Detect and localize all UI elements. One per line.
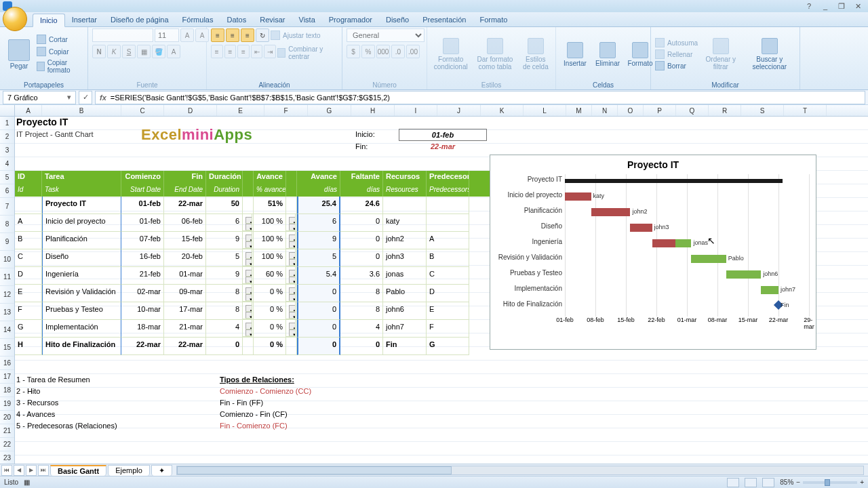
column-header[interactable]: N [592,105,618,116]
column-header[interactable]: P [644,105,676,116]
delete-cells-button[interactable]: Eliminar [593,41,623,68]
font-size-input[interactable] [155,28,179,42]
cell-styles-button[interactable]: Estilos de celda [520,37,551,72]
format-as-table-button[interactable]: Dar formato como tabla [473,37,517,72]
spinner-control[interactable]: ▲▼ [243,232,252,249]
clear-button[interactable]: Borrar [655,60,698,71]
gantt-chart[interactable]: Proyecto IT ↖ Proyecto ITInicio del proy… [490,155,816,350]
column-header[interactable]: J [437,105,481,116]
office-button[interactable] [3,7,27,31]
horizontal-scrollbar[interactable] [176,466,864,475]
sort-filter-button[interactable]: Ordenar y filtrar [701,37,741,72]
zoom-out-button[interactable]: − [796,479,800,486]
table-row[interactable]: DIngeniería21-feb01-mar9▲▼60 %▲▼5.43.6jo… [15,267,490,285]
column-headers[interactable]: ABCDEFGHIJKLMNOPQRST [0,105,868,117]
zoom-in-button[interactable]: + [860,479,864,486]
number-format-select[interactable]: General [347,28,425,42]
ribbon-tab-revisar[interactable]: Revisar [253,14,292,26]
spinner-control[interactable]: ▲▼ [243,320,252,337]
spinner-control[interactable]: ▲▼ [286,320,296,337]
column-header[interactable]: M [566,105,592,116]
align-right-button[interactable]: ≡ [237,45,250,58]
align-center-button[interactable]: ≡ [224,45,237,58]
ribbon-tab-programador[interactable]: Programador [322,14,379,26]
decrease-decimal-button[interactable]: .00 [406,45,420,58]
wrap-text-button[interactable]: Ajustar texto [271,28,321,42]
currency-button[interactable]: $ [347,45,360,58]
align-top-button[interactable]: ≡ [211,28,224,42]
table-row[interactable]: CDiseño16-feb20-feb5▲▼100 %▲▼50john3B [15,249,490,267]
sheet-nav-prev[interactable]: ◀ [14,465,24,476]
fill-color-button[interactable]: 🪣 [152,45,165,58]
find-select-button[interactable]: Buscar y seleccionar [744,37,795,72]
format-painter-button[interactable]: Copiar formato [37,58,83,75]
table-row[interactable]: FPruebas y Testeo10-mar17-mar8▲▼0 %▲▼08j… [15,302,490,320]
underline-button[interactable]: S [122,45,136,58]
insert-cells-button[interactable]: Insertar [560,41,590,68]
sheet-nav-first[interactable]: ⏮ [1,465,12,476]
column-header[interactable]: T [784,105,827,116]
ribbon-tab-insertar[interactable]: Insertar [65,14,104,26]
macro-icon[interactable]: ▦ [24,479,30,486]
font-color-button[interactable]: A [167,45,180,58]
column-header[interactable]: Q [676,105,709,116]
table-row[interactable]: GImplementación18-mar21-mar4▲▼0 %▲▼04joh… [15,320,490,338]
spinner-control[interactable]: ▲▼ [243,285,252,302]
table-row[interactable]: AInicio del proyecto01-feb06-feb6▲▼100 %… [15,214,490,232]
column-header[interactable]: S [741,105,784,116]
ribbon-tab-inicio[interactable]: Inicio [33,14,65,27]
help-icon[interactable]: ? [802,1,816,11]
sheet-tab[interactable]: Ejemplo [108,465,150,476]
column-header[interactable]: D [164,105,217,116]
bold-button[interactable]: N [92,45,106,58]
table-row[interactable]: HHito de Finalización22-mar22-mar00 %00F… [15,338,490,355]
align-middle-button[interactable]: ≡ [226,28,239,42]
table-row[interactable]: BPlanificación07-feb15-feb9▲▼100 %▲▼90jo… [15,232,490,249]
column-header[interactable]: R [709,105,741,116]
maximize-button[interactable]: ❐ [834,1,849,11]
spinner-control[interactable]: ▲▼ [243,302,252,319]
gantt-table[interactable]: IDTareaComienzoFinDuraciónAvanceAvanceFa… [15,171,490,355]
spinner-control[interactable]: ▲▼ [286,249,296,266]
conditional-format-button[interactable]: Formato condicional [431,37,470,72]
comma-button[interactable]: 000 [376,45,390,58]
sheet-nav-last[interactable]: ⏭ [38,465,49,476]
start-date-box[interactable]: 01-feb [399,129,487,141]
column-header[interactable]: F [264,105,308,116]
border-button[interactable]: ▦ [137,45,151,58]
table-row[interactable]: ERevisión y Validación02-mar09-mar8▲▼0 %… [15,285,490,302]
percent-button[interactable]: % [361,45,375,58]
spinner-control[interactable]: ▲▼ [243,214,252,231]
page-break-button[interactable] [762,478,774,487]
table-row[interactable]: Proyecto IT01-feb22-mar5051%25.424.6 [15,197,490,214]
normal-view-button[interactable] [727,478,739,487]
new-sheet-button[interactable]: ✦ [151,465,172,476]
column-header[interactable]: L [524,105,566,116]
spinner-control[interactable]: ▲▼ [243,267,252,284]
column-header[interactable]: G [308,105,351,116]
close-button[interactable]: ✕ [850,1,865,11]
cancel-formula-icon[interactable]: ✓ [79,91,92,104]
name-box[interactable]: 7 Gráfico▾ [3,91,76,104]
column-header[interactable]: A [15,105,42,116]
ribbon-tab-diseño[interactable]: Diseño [379,14,416,26]
spinner-control[interactable]: ▲▼ [286,302,296,319]
chart-plot-area[interactable]: ↖ Proyecto ITInicio del proyectokatyPlan… [565,174,809,317]
italic-button[interactable]: K [107,45,121,58]
copy-button[interactable]: Copiar [37,46,83,57]
ribbon-tab-formato[interactable]: Formato [473,14,514,26]
fill-button[interactable]: Rellenar [655,49,698,60]
zoom-level[interactable]: 85% [780,479,793,486]
align-bottom-button[interactable]: ≡ [241,28,254,42]
spinner-control[interactable]: ▲▼ [286,214,296,231]
column-header[interactable]: O [618,105,644,116]
ribbon-tab-presentación[interactable]: Presentación [416,14,473,26]
decrease-indent-button[interactable]: ⇤ [251,45,263,58]
font-name-input[interactable] [92,28,153,42]
sheet-nav-next[interactable]: ▶ [26,465,37,476]
ribbon-tab-diseño-de-página[interactable]: Diseño de página [104,14,176,26]
page-layout-button[interactable] [745,478,757,487]
orientation-button[interactable]: ↻ [256,28,269,42]
paste-button[interactable]: Pegar [4,38,34,71]
ribbon-tab-datos[interactable]: Datos [220,14,253,26]
